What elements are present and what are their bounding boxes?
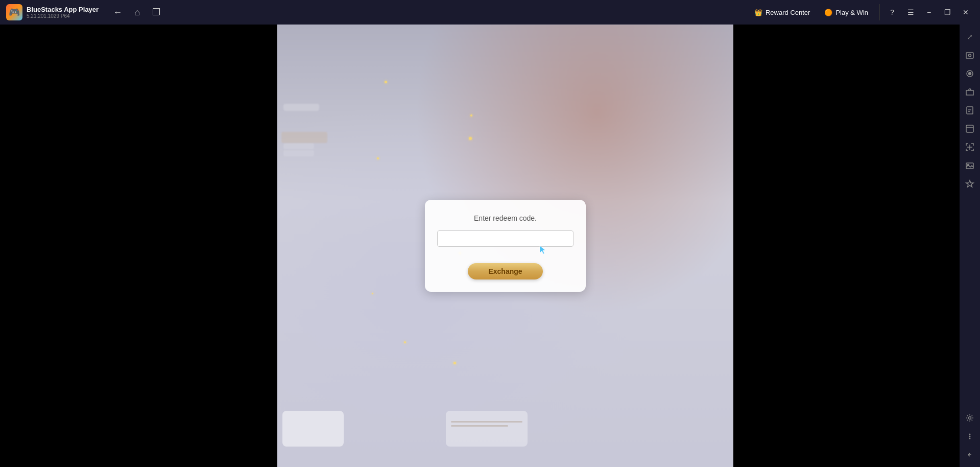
play-win-label: Play & Win <box>835 9 868 16</box>
bottom-card-left <box>282 411 344 447</box>
app-name: BlueStacks App Player <box>27 6 99 13</box>
screenshot2-icon[interactable] <box>962 121 978 137</box>
svg-point-1 <box>969 54 971 57</box>
titlebar-right: 👑 Reward Center 🟠 Play & Win ? ☰ − ❐ ✕ <box>743 4 980 20</box>
titlebar-nav: ← ⌂ ❐ <box>103 5 171 20</box>
crown-icon: 👑 <box>754 9 762 16</box>
menu-button[interactable]: ☰ <box>902 4 919 20</box>
settings-icon[interactable] <box>962 410 978 426</box>
more-icon[interactable] <box>962 428 978 445</box>
redeem-dialog: Enter redeem code. Exchange <box>425 200 586 292</box>
titlebar-left: 🎮 BlueStacks App Player 5.21.201.1029 P6… <box>0 4 743 20</box>
right-sidebar: ⤢ <box>960 25 980 467</box>
app-name-block: BlueStacks App Player 5.21.201.1029 P64 <box>27 6 99 19</box>
exchange-button[interactable]: Exchange <box>468 263 542 279</box>
bottom-cards <box>282 411 728 447</box>
expand-icon[interactable]: ⤢ <box>962 29 978 45</box>
minimize-button[interactable]: − <box>921 4 937 20</box>
svg-point-3 <box>969 73 971 75</box>
svg-point-9 <box>969 434 971 435</box>
svg-rect-0 <box>966 53 973 58</box>
close-button[interactable]: ✕ <box>958 4 974 20</box>
back-button[interactable]: ← <box>111 5 124 20</box>
main-area: Enter redeem code. Exchange <box>0 25 960 467</box>
dialog-overlay: Enter redeem code. Exchange <box>277 25 733 467</box>
play-win-icon: 🟠 <box>824 9 832 16</box>
redeem-code-input[interactable] <box>437 230 573 247</box>
titlebar: 🎮 BlueStacks App Player 5.21.201.1029 P6… <box>0 0 980 25</box>
collapse-icon[interactable] <box>962 447 978 463</box>
copy-button[interactable]: ❐ <box>150 5 162 20</box>
camera-icon[interactable] <box>962 84 978 100</box>
home-button[interactable]: ⌂ <box>132 5 142 20</box>
game-viewport[interactable]: Enter redeem code. Exchange <box>277 25 733 467</box>
play-win-button[interactable]: 🟠 Play & Win <box>819 7 873 18</box>
resize-icon[interactable] <box>962 139 978 155</box>
app-version: 5.21.201.1029 P64 <box>27 13 99 19</box>
svg-point-10 <box>969 436 971 437</box>
cursor-indicator <box>538 245 548 255</box>
svg-point-8 <box>969 417 971 419</box>
left-panel <box>0 25 277 467</box>
reward-center-button[interactable]: 👑 Reward Center <box>749 7 815 18</box>
svg-point-11 <box>969 438 971 439</box>
photo-icon[interactable] <box>962 157 978 174</box>
apk-icon[interactable] <box>962 102 978 119</box>
help-button[interactable]: ? <box>884 4 900 20</box>
dialog-title: Enter redeem code. <box>474 214 537 222</box>
record-icon[interactable] <box>962 65 978 82</box>
svg-rect-4 <box>967 107 973 114</box>
window-controls: ? ☰ − ❐ ✕ <box>879 4 974 20</box>
star-icon[interactable] <box>962 176 978 192</box>
bottom-card-right <box>446 411 528 447</box>
svg-rect-5 <box>966 125 973 132</box>
app-logo: 🎮 <box>6 4 22 20</box>
right-panel <box>733 25 960 467</box>
reward-center-label: Reward Center <box>766 9 810 16</box>
screenshot-icon[interactable] <box>962 47 978 63</box>
maximize-button[interactable]: ❐ <box>939 4 955 20</box>
